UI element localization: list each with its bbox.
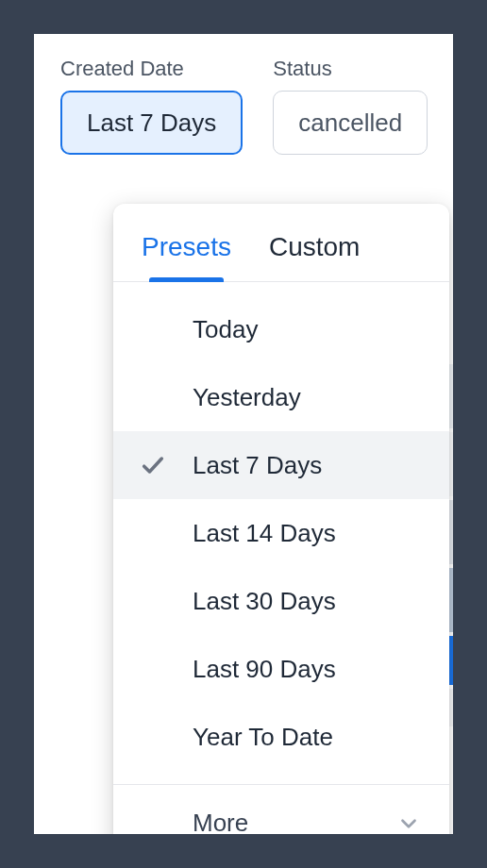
preset-option-label: Today: [193, 315, 258, 344]
created-date-button[interactable]: Last 7 Days: [60, 91, 243, 155]
created-date-label: Created Date: [60, 57, 243, 81]
status-filter: Status cancelled: [273, 57, 428, 155]
created-date-filter: Created Date Last 7 Days: [60, 57, 243, 155]
created-date-value: Last 7 Days: [87, 108, 216, 138]
preset-option-last-30-days[interactable]: Last 30 Days: [113, 567, 449, 635]
preset-option-year-to-date[interactable]: Year To Date: [113, 703, 449, 771]
preset-option-label: Yesterday: [193, 383, 301, 412]
preset-option-label: Last 14 Days: [193, 519, 336, 548]
preset-option-last-7-days[interactable]: Last 7 Days: [113, 431, 449, 499]
filters-row: Created Date Last 7 Days Status cancelle…: [60, 57, 427, 155]
status-label: Status: [273, 57, 428, 81]
chevron-down-icon: [396, 811, 421, 835]
preset-options-list: Today Yesterday Last 7 Days Last 14 Days: [113, 282, 449, 784]
tab-presets[interactable]: Presets: [142, 232, 231, 281]
check-slot: [140, 452, 193, 478]
preset-option-label: Last 90 Days: [193, 655, 336, 684]
tab-custom[interactable]: Custom: [269, 232, 360, 281]
preset-option-last-90-days[interactable]: Last 90 Days: [113, 635, 449, 703]
more-button[interactable]: More: [113, 784, 449, 834]
preset-option-label: Last 30 Days: [193, 587, 336, 616]
preset-option-label: Last 7 Days: [193, 451, 322, 480]
status-button[interactable]: cancelled: [273, 91, 428, 155]
more-label: More: [193, 809, 248, 834]
dropdown-tabs: Presets Custom: [113, 204, 449, 282]
preset-option-last-14-days[interactable]: Last 14 Days: [113, 499, 449, 567]
filter-panel: Created Date Last 7 Days Status cancelle…: [34, 34, 453, 834]
status-value: cancelled: [298, 108, 402, 138]
date-preset-dropdown: Presets Custom Today Yesterday Last 7 Da…: [113, 204, 449, 834]
preset-option-label: Year To Date: [193, 723, 333, 752]
preset-option-yesterday[interactable]: Yesterday: [113, 363, 449, 431]
check-icon: [140, 452, 166, 478]
preset-option-today[interactable]: Today: [113, 295, 449, 363]
